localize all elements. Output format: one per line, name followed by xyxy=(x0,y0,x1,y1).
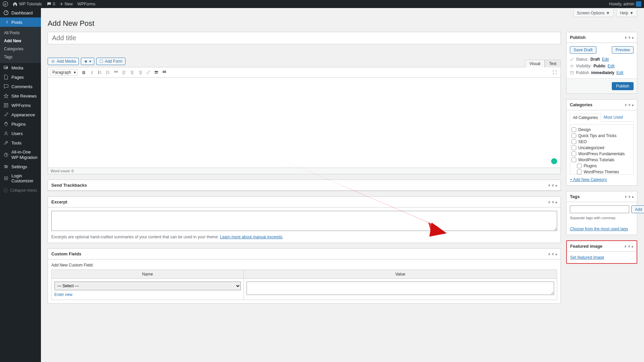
edit-schedule-link[interactable]: Edit xyxy=(616,70,624,75)
nav-appearance[interactable]: Appearance xyxy=(0,110,41,119)
bullet-list-button[interactable] xyxy=(96,69,104,76)
quote-button[interactable] xyxy=(112,69,120,76)
site-link[interactable]: WP Tutorials xyxy=(13,2,42,6)
down-icon[interactable]: ∨ xyxy=(628,103,631,107)
down-icon[interactable]: ∨ xyxy=(628,244,630,248)
fullscreen-button[interactable] xyxy=(551,69,558,76)
nav-aio-migration[interactable]: All-in-One WP Migration xyxy=(0,147,41,162)
wp-logo-icon[interactable] xyxy=(3,1,8,7)
post-title-input[interactable] xyxy=(48,32,561,44)
cat-item[interactable]: WordPress Fundamentals xyxy=(572,151,632,157)
cat-item[interactable]: Design xyxy=(572,127,632,133)
cat-item[interactable]: WordPress Tutorials xyxy=(572,157,632,163)
choose-tags-link[interactable]: Choose from the most used tags xyxy=(570,227,628,231)
checkbox[interactable] xyxy=(577,164,582,168)
nav-posts[interactable]: Posts xyxy=(0,17,41,27)
nav-add-new-post[interactable]: Add New xyxy=(0,37,41,45)
cat-item[interactable]: SEO xyxy=(572,139,632,145)
visual-tab[interactable]: Visual xyxy=(525,60,545,67)
category-list[interactable]: Design Quick Tips and Tricks SEO Uncateg… xyxy=(570,124,634,175)
collapse-menu[interactable]: Collapse menu xyxy=(0,185,41,195)
cat-item[interactable]: Quick Tips and Tricks xyxy=(572,133,632,139)
editor-body[interactable] xyxy=(48,77,561,168)
star-dropdown-button[interactable]: ▾ xyxy=(81,58,94,65)
grammarly-icon[interactable] xyxy=(551,158,557,164)
collapse-icon[interactable]: ▴ xyxy=(632,244,633,248)
align-center-button[interactable] xyxy=(128,69,136,76)
collapse-icon[interactable]: ▴ xyxy=(555,183,557,187)
link-button[interactable] xyxy=(145,69,152,76)
up-icon[interactable]: ∧ xyxy=(548,200,550,204)
tag-input[interactable] xyxy=(570,205,629,213)
excerpt-learn-more-link[interactable]: Learn more about manual excerpts xyxy=(220,235,282,239)
edit-status-link[interactable]: Edit xyxy=(602,57,609,62)
nav-dashboard[interactable]: Dashboard xyxy=(0,8,41,17)
down-icon[interactable]: ∨ xyxy=(628,36,631,39)
up-icon[interactable]: ∧ xyxy=(625,103,627,107)
add-form-button[interactable]: Add Form xyxy=(96,58,125,65)
checkbox[interactable] xyxy=(572,133,576,138)
nav-all-posts[interactable]: All Posts xyxy=(0,29,41,37)
nav-tools[interactable]: Tools xyxy=(0,138,41,147)
align-right-button[interactable] xyxy=(137,69,144,76)
down-icon[interactable]: ∨ xyxy=(552,252,554,256)
add-media-button[interactable]: Add Media xyxy=(48,58,79,65)
nav-plugins[interactable]: Plugins xyxy=(0,119,41,129)
add-new-category-link[interactable]: + Add New Category xyxy=(570,177,607,182)
cat-item[interactable]: Uncategorized xyxy=(572,145,632,151)
down-icon[interactable]: ∨ xyxy=(552,183,554,187)
cf-enter-new-link[interactable]: Enter new xyxy=(54,292,241,297)
more-button[interactable] xyxy=(153,69,160,76)
publish-button[interactable]: Publish xyxy=(612,82,634,90)
collapse-icon[interactable]: ▴ xyxy=(632,103,634,107)
screen-options-button[interactable]: Screen Options ▼ xyxy=(573,9,614,17)
comments-link[interactable]: 0 xyxy=(47,2,55,6)
collapse-icon[interactable]: ▴ xyxy=(632,195,634,198)
checkbox[interactable] xyxy=(572,139,576,144)
all-categories-tab[interactable]: All Categories xyxy=(570,114,601,122)
nav-categories[interactable]: Categories xyxy=(0,45,41,53)
collapse-icon[interactable]: ▴ xyxy=(555,200,557,204)
down-icon[interactable]: ∨ xyxy=(552,200,554,204)
cat-sub-item[interactable]: WordPress Themes xyxy=(577,169,632,175)
nav-tags[interactable]: Tags xyxy=(0,53,41,61)
nav-settings[interactable]: Settings xyxy=(0,162,41,171)
format-select[interactable]: Paragraph ▾ xyxy=(50,69,77,76)
align-left-button[interactable] xyxy=(120,69,128,76)
add-tag-button[interactable]: Add xyxy=(631,205,644,213)
cf-value-textarea[interactable] xyxy=(247,282,554,295)
checkbox[interactable] xyxy=(572,127,576,132)
new-link[interactable]: +New xyxy=(60,1,73,7)
most-used-tab[interactable]: Most Used xyxy=(601,114,626,121)
wpforms-link[interactable]: WPForms xyxy=(77,2,95,6)
help-button[interactable]: Help ▼ xyxy=(616,9,637,17)
preview-button[interactable]: Preview xyxy=(612,46,634,54)
checkbox[interactable] xyxy=(572,152,576,156)
nav-media[interactable]: Media xyxy=(0,63,41,72)
collapse-icon[interactable]: ▴ xyxy=(632,36,634,39)
up-icon[interactable]: ∧ xyxy=(548,252,550,256)
nav-login-customizer[interactable]: Login Customizer xyxy=(0,171,41,185)
cat-sub-item[interactable]: Plugins xyxy=(577,163,632,169)
nav-wpforms[interactable]: WPForms xyxy=(0,101,41,110)
text-tab[interactable]: Text xyxy=(545,60,561,67)
save-draft-button[interactable]: Save Draft xyxy=(570,46,596,54)
checkbox[interactable] xyxy=(572,145,576,150)
up-icon[interactable]: ∧ xyxy=(625,195,627,198)
up-icon[interactable]: ∧ xyxy=(625,36,627,39)
checkbox[interactable] xyxy=(572,158,576,162)
excerpt-textarea[interactable] xyxy=(51,211,557,231)
collapse-icon[interactable]: ▴ xyxy=(555,252,557,256)
down-icon[interactable]: ∨ xyxy=(628,195,631,198)
cf-name-select[interactable]: — Select — xyxy=(54,282,241,290)
italic-button[interactable]: I xyxy=(88,69,96,76)
number-list-button[interactable]: 123 xyxy=(104,69,112,76)
toolbar-toggle-button[interactable] xyxy=(161,69,168,76)
checkbox[interactable] xyxy=(577,170,582,174)
bold-button[interactable]: B xyxy=(80,69,88,76)
howdy[interactable]: Howdy, admin xyxy=(609,1,641,7)
up-icon[interactable]: ∧ xyxy=(548,183,550,187)
nav-users[interactable]: Users xyxy=(0,129,41,138)
nav-site-reviews[interactable]: Site Reviews xyxy=(0,91,41,101)
nav-pages[interactable]: Pages xyxy=(0,72,41,82)
